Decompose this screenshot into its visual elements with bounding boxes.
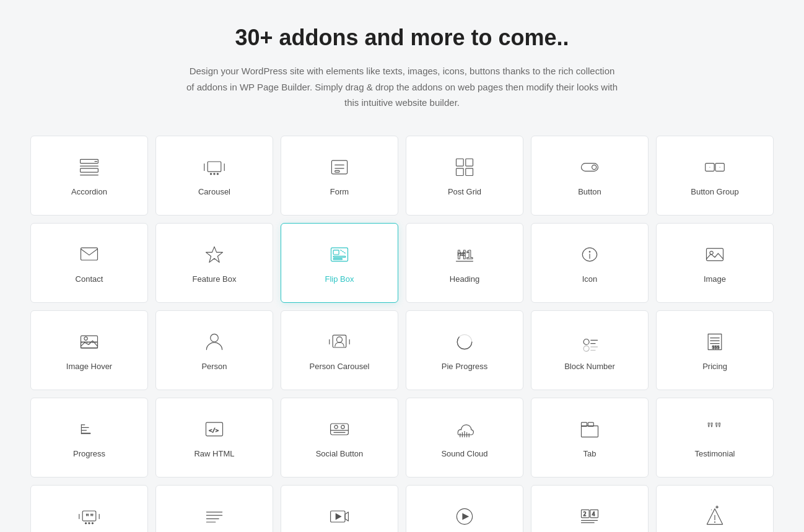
card-testimonial[interactable]: ""Testimonial xyxy=(656,398,774,477)
button-group-icon xyxy=(702,155,727,180)
progress-icon xyxy=(77,417,102,442)
testimonial-icon: "" xyxy=(702,417,727,442)
svg-rect-16 xyxy=(466,159,473,166)
card-label-testimonial: Testimonial xyxy=(694,449,735,458)
person-carousel-icon xyxy=(327,329,352,354)
card-animated-number[interactable]: 24Animated Number xyxy=(531,485,649,533)
video-popup-icon xyxy=(452,504,477,529)
svg-text:": " xyxy=(86,512,89,520)
svg-rect-82 xyxy=(82,511,96,521)
video-icon xyxy=(327,504,352,529)
alert-icon xyxy=(702,504,727,529)
svg-point-52 xyxy=(583,346,589,351)
svg-text:</>: </> xyxy=(209,427,219,433)
page-title: 30+ addons and more to come.. xyxy=(12,25,792,51)
card-label-carousel: Carousel xyxy=(198,187,230,196)
card-label-accordion: Accordion xyxy=(71,187,107,196)
card-label-pie-progress: Pie Progress xyxy=(442,362,487,371)
page-subtitle: Design your WordPress site with elements… xyxy=(185,63,619,111)
svg-marker-95 xyxy=(345,512,348,520)
card-block-number[interactable]: Block Number xyxy=(531,310,649,390)
carousel-icon xyxy=(202,155,227,180)
card-label-social-button: Social Button xyxy=(316,449,364,458)
icon-icon xyxy=(577,242,602,267)
svg-rect-25 xyxy=(81,248,98,260)
card-label-block-number: Block Number xyxy=(564,362,615,371)
person-icon xyxy=(202,329,227,354)
svg-point-69 xyxy=(341,425,344,428)
svg-point-8 xyxy=(211,173,212,174)
card-form[interactable]: Form xyxy=(281,136,398,216)
animated-number-icon: 24 xyxy=(577,504,602,529)
svg-rect-29 xyxy=(333,258,342,259)
card-flip-box[interactable]: Flip Box xyxy=(281,223,398,303)
card-icon[interactable]: Icon xyxy=(531,223,649,303)
card-sound-cloud[interactable]: Sound Cloud xyxy=(406,398,523,477)
card-label-image-hover: Image Hover xyxy=(66,362,112,371)
card-label-raw-html: Raw HTML xyxy=(194,449,234,458)
tab-icon xyxy=(577,417,602,442)
card-label-sound-cloud: Sound Cloud xyxy=(441,449,487,458)
card-person[interactable]: Person xyxy=(155,310,273,390)
card-label-heading: Heading xyxy=(450,274,479,284)
card-video-popup[interactable]: Video Popup xyxy=(406,485,523,533)
card-accordion[interactable]: Accordion xyxy=(30,136,148,216)
svg-rect-77 xyxy=(582,425,598,437)
svg-point-88 xyxy=(89,522,90,523)
card-alert[interactable]: Alert xyxy=(656,485,774,533)
svg-rect-28 xyxy=(333,256,346,257)
post-grid-icon xyxy=(452,155,477,180)
svg-point-106 xyxy=(714,521,715,522)
accordion-icon xyxy=(77,155,102,180)
svg-line-30 xyxy=(341,250,346,253)
card-text-block[interactable]: Text Block xyxy=(155,485,273,533)
card-label-image: Image xyxy=(704,274,726,284)
addons-grid: AccordionCarouselFormPost GridButtonButt… xyxy=(30,136,774,533)
card-image-hover[interactable]: Image Hover xyxy=(30,310,148,390)
svg-rect-35 xyxy=(707,248,723,261)
card-person-carousel[interactable]: Person Carousel xyxy=(281,310,398,390)
card-button[interactable]: Button xyxy=(531,136,649,216)
card-video[interactable]: Video xyxy=(281,485,398,533)
form-icon xyxy=(327,155,352,180)
card-pie-progress[interactable]: Pie Progress xyxy=(406,310,523,390)
svg-marker-96 xyxy=(336,513,342,520)
card-button-group[interactable]: Button Group xyxy=(656,136,774,216)
svg-point-43 xyxy=(337,336,343,342)
svg-rect-14 xyxy=(335,170,339,172)
svg-point-9 xyxy=(214,173,215,174)
svg-rect-27 xyxy=(333,250,339,254)
social-button-icon xyxy=(327,417,352,442)
svg-rect-19 xyxy=(582,163,598,171)
card-heading[interactable]: H1H2Heading xyxy=(406,223,523,303)
card-image[interactable]: Image xyxy=(656,223,774,303)
heading-icon: H1H2 xyxy=(452,242,477,267)
text-block-icon xyxy=(202,504,227,529)
svg-rect-5 xyxy=(208,162,221,172)
card-tab[interactable]: Tab xyxy=(531,398,649,477)
svg-point-10 xyxy=(217,173,218,174)
testimonial-carousel-icon: "" xyxy=(77,504,102,529)
svg-rect-15 xyxy=(457,159,464,166)
card-testimonial-carousel[interactable]: ""Testimonial Carousel xyxy=(30,485,148,533)
svg-rect-17 xyxy=(457,168,464,175)
svg-point-40 xyxy=(84,336,87,339)
card-raw-html[interactable]: </>Raw HTML xyxy=(155,398,273,477)
pie-progress-icon xyxy=(452,329,477,354)
svg-rect-2 xyxy=(81,168,98,172)
svg-point-87 xyxy=(85,522,87,523)
card-label-flip-box: Flip Box xyxy=(325,274,354,284)
svg-text:$$$: $$$ xyxy=(712,344,720,349)
card-feature-box[interactable]: Feature Box xyxy=(155,223,273,303)
card-carousel[interactable]: Carousel xyxy=(155,136,273,216)
card-pricing[interactable]: $$$Pricing xyxy=(656,310,774,390)
svg-rect-18 xyxy=(466,168,473,175)
svg-point-20 xyxy=(592,165,596,169)
card-contact[interactable]: Contact xyxy=(30,223,148,303)
card-social-button[interactable]: Social Button xyxy=(281,398,398,477)
card-progress[interactable]: Progress xyxy=(30,398,148,477)
card-label-tab: Tab xyxy=(583,449,596,458)
block-number-icon xyxy=(577,329,602,354)
card-post-grid[interactable]: Post Grid xyxy=(406,136,523,216)
pricing-icon: $$$ xyxy=(702,329,727,354)
